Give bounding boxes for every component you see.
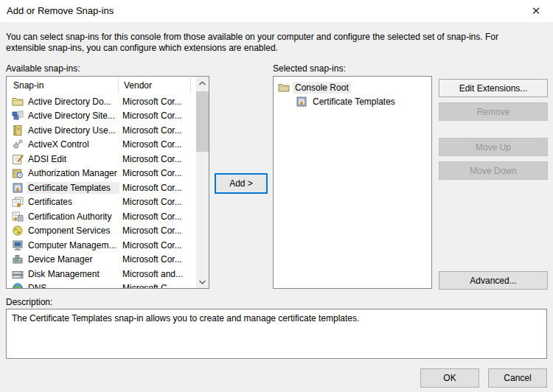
snapin-name[interactable]: ActiveX Control xyxy=(27,139,119,150)
tree-item-label[interactable]: Console Root xyxy=(293,82,351,94)
snapin-vendor: Microsoft Cor... xyxy=(119,254,182,265)
add-remove-snapins-dialog: Add or Remove Snap-ins ✕ You can select … xyxy=(0,0,553,392)
snapin-name[interactable]: Active Directory Do... xyxy=(27,96,119,108)
certificate-template-icon xyxy=(296,96,307,108)
device-icon xyxy=(12,253,24,265)
tree-item-label[interactable]: Certificate Templates xyxy=(310,96,397,108)
console-root-folder-icon xyxy=(278,82,290,94)
selected-snapins-list[interactable]: Console RootCertificate Templates xyxy=(273,76,432,289)
snapin-name[interactable]: Computer Managem... xyxy=(27,239,119,251)
book-icon xyxy=(12,125,24,136)
tree-item[interactable]: Certificate Templates xyxy=(274,94,431,108)
table-row[interactable]: CertificatesMicrosoft Cor... xyxy=(7,195,196,210)
snapin-vendor: Microsoft Cor... xyxy=(119,211,182,222)
table-row[interactable]: Device ManagerMicrosoft Cor... xyxy=(7,253,196,267)
snapin-vendor: Microsoft Cor... xyxy=(119,168,182,178)
snapin-vendor: Microsoft Cor... xyxy=(119,125,182,136)
snapin-vendor: Microsoft Cor... xyxy=(119,97,182,107)
table-row[interactable]: Active Directory Do...Microsoft Cor... xyxy=(7,94,196,109)
add-button[interactable]: Add > xyxy=(215,173,268,194)
scroll-down-icon[interactable] xyxy=(196,276,209,288)
available-snapins-list[interactable]: Snap-in Vendor Active Directory Do...Mic… xyxy=(6,76,209,289)
folder-icon xyxy=(12,96,24,108)
list-header: Snap-in Vendor xyxy=(7,77,196,94)
activex-icon xyxy=(12,139,24,150)
snapin-name[interactable]: Certificates xyxy=(27,196,119,208)
snapin-vendor: Microsoft Cor... xyxy=(119,154,182,164)
snapin-vendor: Microsoft Cor... xyxy=(119,139,182,150)
table-row[interactable]: DNSMicrosoft C... xyxy=(7,281,196,289)
table-row[interactable]: Authorization ManagerMicrosoft Cor... xyxy=(7,167,196,181)
sites-icon xyxy=(12,110,24,122)
snapin-vendor: Microsoft and... xyxy=(119,269,183,279)
edit-extensions-button[interactable]: Edit Extensions... xyxy=(439,79,548,97)
table-row[interactable]: Active Directory Use...Microsoft Cor... xyxy=(7,123,196,138)
globe-icon xyxy=(12,282,24,288)
snapin-name[interactable]: Component Services xyxy=(27,225,119,237)
edit-icon xyxy=(12,153,24,165)
column-divider xyxy=(190,78,191,93)
available-snapins-label: Available snap-ins: xyxy=(6,63,80,74)
certificates-icon xyxy=(12,196,24,208)
snapin-name[interactable]: Disk Management xyxy=(27,268,119,280)
snapin-vendor: Microsoft Cor... xyxy=(119,183,182,193)
description-text: The Certificate Templates snap-in allows… xyxy=(12,313,541,324)
authority-icon xyxy=(12,211,24,223)
window-title: Add or Remove Snap-ins xyxy=(7,5,114,16)
column-header-vendor[interactable]: Vendor xyxy=(124,80,152,91)
snapin-name[interactable]: ADSI Edit xyxy=(27,153,119,165)
computer-icon xyxy=(12,239,24,251)
snapin-name[interactable]: Certificate Templates xyxy=(27,182,119,194)
description-box: The Certificate Templates snap-in allows… xyxy=(6,309,547,359)
snapin-vendor: Microsoft Cor... xyxy=(119,225,182,236)
scrollbar[interactable] xyxy=(196,77,209,288)
snapin-name[interactable]: Active Directory Use... xyxy=(27,125,119,136)
table-row[interactable]: ADSI EditMicrosoft Cor... xyxy=(7,152,196,167)
component-icon xyxy=(12,225,24,237)
snapin-vendor: Microsoft Cor... xyxy=(119,197,182,207)
snapin-vendor: Microsoft Cor... xyxy=(119,111,182,121)
scroll-thumb[interactable] xyxy=(196,91,209,152)
snapin-name[interactable]: Active Directory Site... xyxy=(27,110,119,122)
snapin-vendor: Microsoft C... xyxy=(119,283,175,288)
tree-item[interactable]: Console Root xyxy=(274,80,431,94)
table-row[interactable]: Computer Managem...Microsoft Cor... xyxy=(7,238,196,253)
close-icon[interactable]: ✕ xyxy=(529,4,543,18)
move-down-button[interactable]: Move Down xyxy=(439,161,548,180)
snapin-name[interactable]: Device Manager xyxy=(27,253,119,265)
certificate-template-icon xyxy=(12,182,24,194)
scroll-up-icon[interactable] xyxy=(196,77,209,89)
table-row[interactable]: Active Directory Site...Microsoft Cor... xyxy=(7,109,196,124)
snapin-name[interactable]: Authorization Manager xyxy=(27,167,119,179)
title-bar: Add or Remove Snap-ins ✕ xyxy=(0,0,553,22)
authorization-icon xyxy=(12,167,24,179)
table-row[interactable]: Disk ManagementMicrosoft and... xyxy=(7,267,196,281)
snapin-vendor: Microsoft Cor... xyxy=(119,240,182,251)
column-divider xyxy=(118,78,119,93)
disk-icon xyxy=(12,268,24,280)
move-up-button[interactable]: Move Up xyxy=(439,138,548,156)
cancel-button[interactable]: Cancel xyxy=(488,368,547,388)
column-header-snapin[interactable]: Snap-in xyxy=(13,80,44,91)
advanced-button[interactable]: Advanced... xyxy=(439,271,548,290)
available-rows: Active Directory Do...Microsoft Cor...Ac… xyxy=(7,94,196,288)
table-row[interactable]: ActiveX ControlMicrosoft Cor... xyxy=(7,138,196,153)
selected-snapins-label: Selected snap-ins: xyxy=(273,63,346,74)
snapin-name[interactable]: DNS xyxy=(27,282,119,288)
table-row[interactable]: Certificate TemplatesMicrosoft Cor... xyxy=(7,181,196,195)
description-label: Description: xyxy=(6,297,52,307)
snapin-name[interactable]: Certification Authority xyxy=(27,211,119,223)
ok-button[interactable]: OK xyxy=(420,368,479,388)
table-row[interactable]: Certification AuthorityMicrosoft Cor... xyxy=(7,209,196,224)
table-row[interactable]: Component ServicesMicrosoft Cor... xyxy=(7,224,196,239)
remove-button[interactable]: Remove xyxy=(439,102,548,121)
intro-text: You can select snap-ins for this console… xyxy=(6,32,534,54)
